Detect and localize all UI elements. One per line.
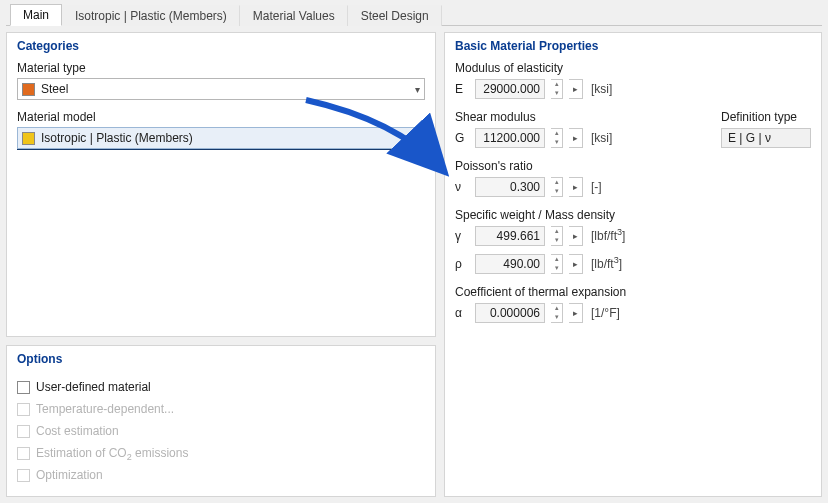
goto-gamma-button[interactable]: ▸: [569, 226, 583, 246]
cte-label: Coefficient of thermal expansion: [455, 285, 811, 299]
opt-co2-emissions: Estimation of CO2 emissions: [17, 442, 425, 464]
checkbox-icon: [17, 469, 30, 482]
spinner-alpha[interactable]: ▴▾: [551, 303, 563, 323]
material-model-value: Isotropic | Plastic (Members): [41, 131, 415, 145]
options-title: Options: [17, 352, 425, 366]
tab-strip: Main Isotropic | Plastic (Members) Mater…: [6, 2, 822, 26]
combo-underline: [17, 149, 425, 150]
material-type-combo[interactable]: Steel ▾: [17, 78, 425, 100]
definition-type-label: Definition type: [721, 110, 811, 124]
value-G[interactable]: 11200.000: [475, 128, 545, 148]
checkbox-icon: [17, 447, 30, 460]
spinner-G[interactable]: ▴▾: [551, 128, 563, 148]
opt-cost-estimation: Cost estimation: [17, 420, 425, 442]
value-rho[interactable]: 490.00: [475, 254, 545, 274]
steel-swatch-icon: [22, 83, 35, 96]
tab-isotropic-plastic[interactable]: Isotropic | Plastic (Members): [62, 5, 240, 26]
unit-alpha: [1/°F]: [591, 306, 620, 320]
value-alpha[interactable]: 0.000006: [475, 303, 545, 323]
opt-temp-label: Temperature-dependent...: [36, 402, 174, 416]
goto-E-button[interactable]: ▸: [569, 79, 583, 99]
unit-E: [ksi]: [591, 82, 612, 96]
shear-label: Shear modulus: [455, 110, 612, 124]
categories-panel: Categories Material type Steel ▾ Materia…: [6, 32, 436, 337]
opt-user-defined[interactable]: User-defined material: [17, 376, 425, 398]
sym-G: G: [455, 131, 469, 145]
goto-G-button[interactable]: ▸: [569, 128, 583, 148]
checkbox-icon: [17, 425, 30, 438]
spinner-rho[interactable]: ▴▾: [551, 254, 563, 274]
goto-alpha-button[interactable]: ▸: [569, 303, 583, 323]
sym-nu: ν: [455, 180, 469, 194]
value-nu[interactable]: 0.300: [475, 177, 545, 197]
properties-title: Basic Material Properties: [455, 39, 811, 53]
goto-nu-button[interactable]: ▸: [569, 177, 583, 197]
checkbox-icon[interactable]: [17, 381, 30, 394]
sym-rho: ρ: [455, 257, 469, 271]
sym-alpha: α: [455, 306, 469, 320]
value-gamma[interactable]: 499.661: [475, 226, 545, 246]
isotropic-swatch-icon: [22, 132, 35, 145]
checkbox-icon: [17, 403, 30, 416]
tab-main[interactable]: Main: [10, 4, 62, 26]
spinner-gamma[interactable]: ▴▾: [551, 226, 563, 246]
specific-weight-label: Specific weight / Mass density: [455, 208, 811, 222]
goto-rho-button[interactable]: ▸: [569, 254, 583, 274]
definition-type-value[interactable]: E | G | ν: [721, 128, 811, 148]
unit-nu: [-]: [591, 180, 602, 194]
basic-material-properties-panel: Basic Material Properties Modulus of ela…: [444, 32, 822, 497]
options-panel: Options User-defined material Temperatur…: [6, 345, 436, 497]
opt-optim-label: Optimization: [36, 468, 103, 482]
sym-E: E: [455, 82, 469, 96]
opt-temperature-dependent: Temperature-dependent...: [17, 398, 425, 420]
opt-optimization: Optimization: [17, 464, 425, 486]
material-model-combo[interactable]: Isotropic | Plastic (Members) ▾: [17, 127, 425, 149]
chevron-down-icon: ▾: [415, 133, 420, 144]
opt-user-label: User-defined material: [36, 380, 151, 394]
spinner-E[interactable]: ▴▾: [551, 79, 563, 99]
unit-G: [ksi]: [591, 131, 612, 145]
tab-steel-design[interactable]: Steel Design: [348, 5, 442, 26]
modulus-label: Modulus of elasticity: [455, 61, 811, 75]
tab-material-values[interactable]: Material Values: [240, 5, 348, 26]
categories-title: Categories: [17, 39, 425, 53]
opt-co2-label: Estimation of CO2 emissions: [36, 446, 188, 460]
chevron-down-icon: ▾: [415, 84, 420, 95]
opt-cost-label: Cost estimation: [36, 424, 119, 438]
value-E[interactable]: 29000.000: [475, 79, 545, 99]
poisson-label: Poisson's ratio: [455, 159, 811, 173]
spinner-nu[interactable]: ▴▾: [551, 177, 563, 197]
material-type-value: Steel: [41, 82, 415, 96]
material-type-label: Material type: [17, 61, 425, 75]
unit-gamma: [lbf/ft3]: [591, 229, 625, 243]
sym-gamma: γ: [455, 229, 469, 243]
material-model-label: Material model: [17, 110, 425, 124]
unit-rho: [lb/ft3]: [591, 257, 622, 271]
